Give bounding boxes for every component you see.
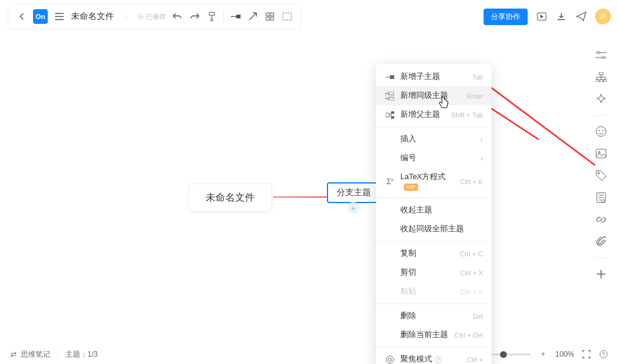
menu-insert[interactable]: 插入›	[376, 130, 492, 149]
settings-icon[interactable]	[595, 49, 607, 61]
menu-delete[interactable]: 删除Del	[376, 306, 492, 325]
svg-rect-25	[389, 92, 394, 95]
svg-rect-24	[390, 75, 394, 79]
svg-point-16	[599, 130, 600, 131]
parent-topic-icon	[384, 111, 395, 119]
context-menu: 新增子主题Tab 新增同级主题Enter 新增父主题Shift + Tab 插入…	[376, 64, 492, 364]
svg-point-19	[599, 152, 600, 154]
add-node-button[interactable]: +	[347, 202, 359, 214]
arrow-tool-icon[interactable]	[247, 11, 258, 22]
svg-rect-26	[389, 97, 394, 100]
zoom-value: 100%	[555, 350, 574, 358]
image-icon[interactable]	[595, 147, 607, 160]
menu-add-child[interactable]: 新增子主题Tab	[376, 67, 492, 86]
star-icon[interactable]: ☆	[120, 11, 131, 22]
svg-rect-4	[271, 13, 274, 16]
attachment-icon[interactable]	[595, 236, 607, 248]
menu-copy[interactable]: 复制Ctrl + C	[376, 244, 492, 263]
sibling-topic-icon	[384, 92, 395, 100]
root-node[interactable]: 未命名文件	[189, 184, 272, 212]
child-topic-icon	[384, 74, 395, 80]
menu-separator	[376, 127, 492, 127]
tag-icon[interactable]	[595, 169, 607, 182]
download-icon[interactable]	[556, 11, 567, 22]
menu-focus-mode[interactable]: 聚焦模式?Ctrl +	[376, 350, 492, 364]
svg-point-0	[138, 14, 143, 20]
notes-button[interactable]: 思维笔记	[21, 349, 50, 360]
svg-rect-2	[236, 15, 241, 18]
sparkle-icon[interactable]	[595, 93, 607, 105]
menu-separator	[376, 241, 492, 242]
svg-point-30	[386, 356, 394, 363]
structure-icon[interactable]	[595, 71, 607, 83]
status-bar: ⇄ 思维笔记 主题：1/3 − + 100% ?	[0, 347, 617, 362]
align-icon[interactable]	[264, 11, 275, 22]
svg-rect-14	[604, 80, 607, 82]
toolbar-separator	[223, 11, 224, 22]
note-icon[interactable]	[595, 191, 607, 204]
plus-icon[interactable]	[595, 268, 607, 280]
menu-icon[interactable]	[54, 11, 65, 22]
avatar[interactable]: P	[595, 9, 611, 24]
menu-paste: 粘贴Ctrl + V	[376, 282, 492, 301]
sigma-icon: Σx	[384, 177, 395, 186]
svg-point-17	[602, 130, 604, 131]
svg-point-10	[602, 56, 605, 59]
app-logo: On	[33, 9, 48, 24]
right-rail	[591, 49, 611, 280]
annotation-arrow	[473, 73, 601, 171]
svg-rect-7	[283, 13, 291, 20]
svg-line-22	[479, 78, 595, 165]
play-icon[interactable]	[536, 11, 547, 22]
format-painter-icon[interactable]	[206, 11, 217, 22]
chevron-right-icon: ›	[481, 154, 483, 163]
menu-add-sibling[interactable]: 新增同级主题Enter	[376, 86, 492, 105]
menu-add-parent[interactable]: 新增父主题Shift + Tab	[376, 105, 492, 124]
menu-collapse-siblings[interactable]: 收起同级全部主题	[376, 220, 492, 239]
fullscreen-icon[interactable]	[581, 349, 591, 359]
chevron-right-icon: ›	[481, 135, 483, 144]
menu-delete-current[interactable]: 删除当前主题Ctrl + Del	[376, 325, 492, 344]
svg-text:?: ?	[602, 351, 605, 357]
undo-icon[interactable]	[172, 11, 183, 22]
back-icon[interactable]	[16, 11, 27, 22]
svg-rect-3	[266, 13, 269, 16]
link-icon[interactable]	[595, 214, 607, 226]
rail-separator	[594, 258, 608, 258]
swap-icon[interactable]: ⇄	[9, 349, 18, 359]
emoji-icon[interactable]	[595, 125, 607, 138]
menu-separator	[376, 198, 492, 198]
target-icon	[384, 355, 395, 364]
svg-rect-27	[386, 113, 389, 117]
svg-point-9	[597, 51, 600, 54]
document-title[interactable]: 未命名文件	[71, 11, 114, 22]
svg-point-31	[389, 358, 392, 361]
svg-rect-18	[596, 149, 606, 158]
menu-cut[interactable]: 剪切Ctrl + X	[376, 263, 492, 282]
svg-rect-5	[266, 17, 269, 20]
share-button[interactable]: 分享协作	[484, 9, 528, 25]
branch-node[interactable]: 分支主题	[327, 182, 381, 203]
svg-rect-6	[271, 17, 274, 20]
status-separator	[58, 351, 58, 358]
menu-latex[interactable]: ΣxLaTeX方程式VIPCtrl + E	[376, 168, 492, 195]
svg-point-15	[596, 127, 606, 136]
node-connector	[273, 196, 327, 198]
zoom-knob[interactable]	[500, 351, 507, 358]
svg-rect-28	[391, 111, 394, 114]
send-icon[interactable]	[575, 11, 586, 22]
save-status: 已保存	[137, 12, 166, 21]
help-status-icon[interactable]: ?	[599, 349, 608, 359]
help-icon: ?	[435, 356, 442, 363]
node-icon[interactable]	[230, 11, 241, 22]
marquee-icon[interactable]	[282, 11, 293, 22]
redo-icon[interactable]	[189, 11, 200, 22]
topic-count: 主题：1/3	[65, 349, 98, 360]
svg-rect-12	[596, 80, 599, 82]
svg-rect-1	[209, 12, 214, 15]
zoom-in-icon[interactable]: +	[538, 349, 548, 359]
menu-separator	[376, 347, 492, 347]
menu-collapse[interactable]: 收起主题	[376, 201, 492, 220]
menu-separator	[376, 303, 492, 304]
menu-numbering[interactable]: 编号›	[376, 149, 492, 168]
